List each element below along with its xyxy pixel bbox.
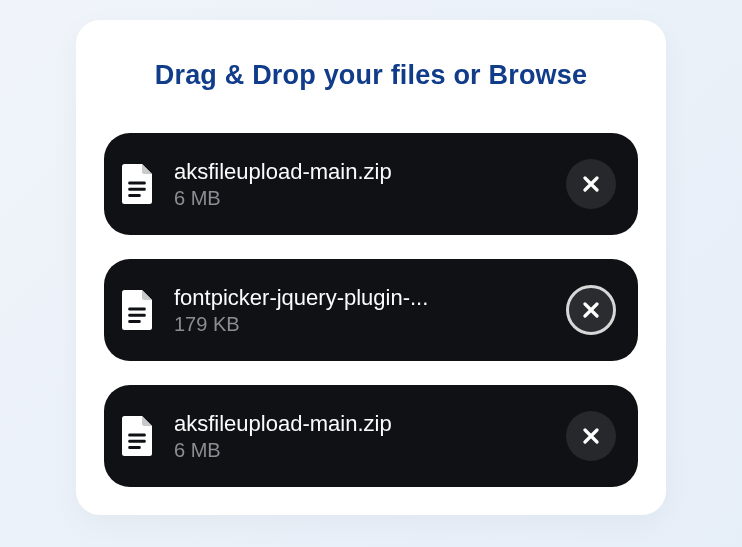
title-prefix: Drag & Drop your files or — [155, 60, 489, 90]
remove-button[interactable] — [566, 159, 616, 209]
dropzone-title[interactable]: Drag & Drop your files or Browse — [104, 60, 638, 91]
remove-button[interactable] — [566, 411, 616, 461]
svg-rect-1 — [128, 188, 146, 191]
file-icon — [122, 290, 152, 330]
file-meta: aksfileupload-main.zip 6 MB — [174, 410, 550, 463]
remove-button[interactable] — [566, 285, 616, 335]
svg-rect-3 — [128, 308, 146, 311]
svg-rect-4 — [128, 314, 146, 317]
svg-rect-5 — [128, 320, 141, 323]
file-name: fontpicker-jquery-plugin-... — [174, 284, 550, 312]
upload-card: Drag & Drop your files or Browse aksfile… — [76, 20, 666, 515]
file-icon — [122, 164, 152, 204]
close-icon — [583, 428, 599, 444]
file-list: aksfileupload-main.zip 6 MB f — [104, 133, 638, 487]
svg-rect-0 — [128, 182, 146, 185]
svg-rect-2 — [128, 194, 141, 197]
svg-rect-7 — [128, 440, 146, 443]
file-size: 179 KB — [174, 313, 550, 336]
file-name: aksfileupload-main.zip — [174, 410, 550, 438]
file-size: 6 MB — [174, 439, 550, 462]
file-size: 6 MB — [174, 187, 550, 210]
svg-rect-8 — [128, 446, 141, 449]
file-item: aksfileupload-main.zip 6 MB — [104, 133, 638, 235]
file-meta: aksfileupload-main.zip 6 MB — [174, 158, 550, 211]
file-meta: fontpicker-jquery-plugin-... 179 KB — [174, 284, 550, 337]
browse-link[interactable]: Browse — [489, 60, 588, 90]
file-item: fontpicker-jquery-plugin-... 179 KB — [104, 259, 638, 361]
file-name: aksfileupload-main.zip — [174, 158, 550, 186]
file-icon — [122, 416, 152, 456]
svg-rect-6 — [128, 434, 146, 437]
file-item: aksfileupload-main.zip 6 MB — [104, 385, 638, 487]
close-icon — [583, 302, 599, 318]
close-icon — [583, 176, 599, 192]
